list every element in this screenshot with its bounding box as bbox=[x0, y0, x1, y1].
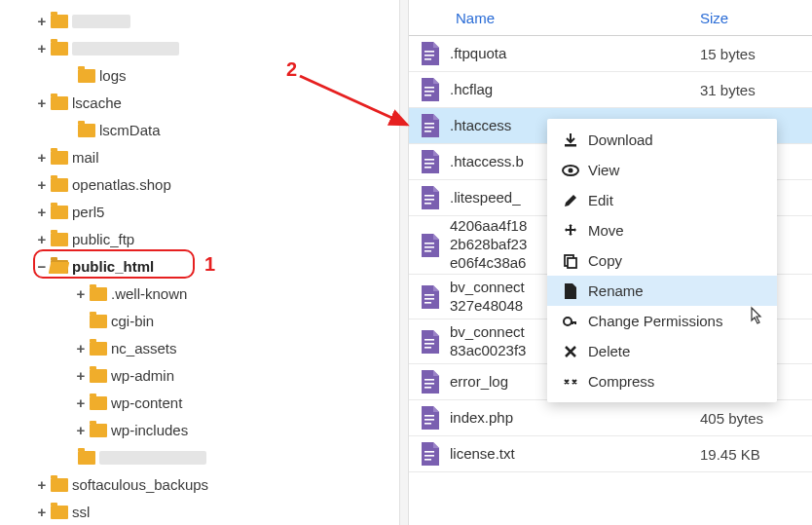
ctx-item-download[interactable]: Download bbox=[547, 125, 777, 155]
tree-label: ssl bbox=[72, 499, 90, 525]
tree-label: public_ftp bbox=[72, 226, 134, 253]
tree-node[interactable]: −public_html bbox=[35, 253, 399, 281]
folder-icon bbox=[90, 342, 107, 356]
folder-icon bbox=[51, 42, 68, 56]
folder-icon bbox=[90, 315, 107, 328]
file-name: .ftpquota bbox=[450, 45, 700, 63]
tree-node[interactable]: +lscache bbox=[35, 90, 399, 117]
folder-tree: +++logs+lscache+lscmData+mail+openatlas.… bbox=[0, 0, 399, 525]
tree-node[interactable]: +perl5 bbox=[35, 199, 399, 226]
ctx-item-delete[interactable]: Delete bbox=[547, 336, 777, 366]
ctx-label: Edit bbox=[588, 192, 613, 208]
tree-node[interactable]: + bbox=[35, 35, 399, 62]
tree-node[interactable]: +mail bbox=[35, 144, 399, 171]
svg-rect-2 bbox=[424, 58, 431, 60]
copy-icon bbox=[561, 253, 580, 269]
svg-rect-37 bbox=[568, 258, 576, 268]
tree-node[interactable]: +wp-includes bbox=[35, 417, 399, 444]
tree-toggle-icon[interactable]: + bbox=[74, 335, 88, 362]
tree-label: mail bbox=[72, 144, 99, 171]
tree-node[interactable]: +.well-known bbox=[35, 281, 399, 308]
ctx-item-compress[interactable]: Compress bbox=[547, 366, 777, 396]
file-row[interactable]: index.php405 bytes bbox=[409, 400, 812, 436]
svg-rect-24 bbox=[424, 379, 434, 381]
ctx-label: Copy bbox=[588, 252, 622, 269]
ctx-label: Move bbox=[588, 222, 624, 239]
ctx-label: View bbox=[588, 162, 619, 178]
svg-rect-8 bbox=[424, 131, 431, 132]
svg-rect-19 bbox=[424, 298, 434, 300]
tree-toggle-icon[interactable]: − bbox=[35, 253, 49, 281]
svg-rect-18 bbox=[424, 294, 434, 296]
redacted-label bbox=[72, 15, 130, 28]
tree-node[interactable]: +ssl bbox=[35, 499, 399, 525]
tree-node[interactable]: +lscmData bbox=[35, 117, 399, 144]
ctx-item-copy[interactable]: Copy bbox=[547, 245, 777, 276]
ctx-label: Compress bbox=[588, 373, 654, 390]
tree-node[interactable]: +public_ftp bbox=[35, 226, 399, 253]
svg-rect-3 bbox=[424, 87, 434, 89]
tree-toggle-icon[interactable]: + bbox=[35, 171, 49, 199]
tree-toggle-icon[interactable]: + bbox=[74, 417, 88, 444]
tree-node[interactable]: +nc_assets bbox=[35, 335, 399, 362]
svg-point-38 bbox=[564, 318, 572, 325]
file-icon bbox=[409, 42, 450, 65]
tree-toggle-icon[interactable]: + bbox=[35, 199, 49, 226]
file-row[interactable]: .ftpquota15 bytes bbox=[409, 36, 812, 72]
tree-node[interactable]: + bbox=[35, 444, 399, 471]
folder-icon bbox=[51, 96, 68, 110]
file-row[interactable]: license.txt19.45 KB bbox=[409, 436, 812, 472]
tree-node[interactable]: +wp-admin bbox=[35, 362, 399, 390]
file-icon bbox=[409, 186, 450, 209]
tree-toggle-icon[interactable]: + bbox=[74, 362, 88, 390]
col-name-header[interactable]: Name bbox=[409, 10, 700, 26]
tree-node[interactable]: +openatlas.shop bbox=[35, 171, 399, 199]
svg-rect-14 bbox=[424, 203, 431, 205]
ctx-item-permissions[interactable]: Change Permissions bbox=[547, 306, 777, 336]
file-size: 19.45 KB bbox=[700, 446, 812, 463]
file-icon bbox=[409, 114, 450, 137]
folder-icon bbox=[78, 451, 95, 465]
tree-node[interactable]: +logs bbox=[35, 62, 399, 90]
svg-rect-11 bbox=[424, 167, 431, 169]
col-size-header[interactable]: Size bbox=[700, 10, 812, 26]
svg-rect-30 bbox=[424, 451, 434, 453]
tree-node[interactable]: + bbox=[35, 8, 399, 35]
svg-rect-15 bbox=[424, 243, 434, 244]
tree-node[interactable]: +wp-content bbox=[35, 390, 399, 417]
ctx-item-edit[interactable]: Edit bbox=[547, 185, 777, 215]
file-icon bbox=[409, 234, 450, 257]
tree-node[interactable]: +softaculous_backups bbox=[35, 471, 399, 499]
svg-rect-29 bbox=[424, 423, 431, 425]
file-icon bbox=[409, 285, 450, 309]
tree-toggle-icon[interactable]: + bbox=[35, 471, 49, 499]
panel-divider[interactable] bbox=[399, 0, 409, 525]
tree-toggle-icon[interactable]: + bbox=[35, 226, 49, 253]
svg-rect-26 bbox=[424, 387, 431, 389]
ctx-label: Rename bbox=[588, 282, 644, 299]
ctx-item-view[interactable]: View bbox=[547, 155, 777, 185]
tree-toggle-icon[interactable]: + bbox=[35, 90, 49, 117]
tree-toggle-icon[interactable]: + bbox=[74, 281, 88, 308]
tree-toggle-icon[interactable]: + bbox=[35, 8, 49, 35]
svg-rect-20 bbox=[424, 302, 431, 304]
file-icon bbox=[409, 370, 450, 394]
ctx-item-rename[interactable]: Rename bbox=[547, 276, 777, 306]
folder-icon bbox=[90, 396, 107, 410]
svg-rect-9 bbox=[424, 159, 434, 161]
tree-toggle-icon[interactable]: + bbox=[35, 144, 49, 171]
file-size: 15 bytes bbox=[700, 46, 812, 62]
tree-label: lscmData bbox=[99, 117, 161, 144]
svg-rect-22 bbox=[424, 343, 434, 345]
file-name: license.txt bbox=[450, 445, 700, 464]
folder-icon bbox=[51, 506, 68, 519]
tree-node[interactable]: +cgi-bin bbox=[35, 308, 399, 335]
tree-toggle-icon[interactable]: + bbox=[74, 390, 88, 417]
tree-label: wp-content bbox=[111, 390, 182, 417]
ctx-item-move[interactable]: Move bbox=[547, 215, 777, 245]
file-row[interactable]: .hcflag31 bytes bbox=[409, 72, 812, 108]
tree-toggle-icon[interactable]: + bbox=[35, 499, 49, 525]
svg-rect-5 bbox=[424, 94, 431, 96]
tree-toggle-icon[interactable]: + bbox=[35, 35, 49, 62]
file-name: .hcflag bbox=[450, 81, 700, 99]
